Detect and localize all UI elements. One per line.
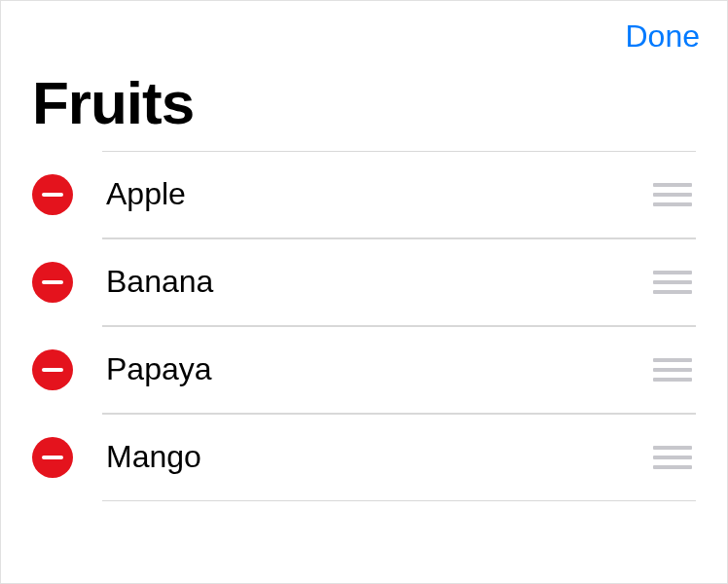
page-title: Fruits	[1, 62, 727, 151]
list-item-label: Mango	[106, 439, 653, 475]
navigation-bar: Done	[1, 1, 727, 62]
delete-button[interactable]	[32, 262, 73, 303]
reorder-handle-icon[interactable]	[653, 358, 692, 382]
list-item: Apple	[32, 151, 696, 238]
reorder-handle-icon[interactable]	[653, 183, 692, 206]
reorder-handle-icon[interactable]	[653, 271, 692, 294]
minus-circle-icon	[32, 437, 73, 478]
reorder-handle-icon[interactable]	[653, 446, 692, 469]
svg-rect-1	[42, 280, 63, 284]
minus-circle-icon	[32, 174, 73, 215]
fruits-list: Apple Banana Papaya	[1, 151, 727, 501]
done-button[interactable]: Done	[626, 18, 701, 55]
delete-button[interactable]	[32, 349, 73, 390]
svg-rect-3	[42, 456, 63, 459]
list-item-label: Apple	[106, 176, 653, 212]
delete-button[interactable]	[32, 174, 73, 215]
list-item: Banana	[32, 238, 696, 326]
list-item: Mango	[32, 414, 696, 501]
list-item-label: Banana	[106, 264, 653, 300]
minus-circle-icon	[32, 349, 73, 390]
delete-button[interactable]	[32, 437, 73, 478]
minus-circle-icon	[32, 262, 73, 303]
svg-rect-2	[42, 368, 63, 372]
list-item-label: Papaya	[106, 351, 653, 387]
svg-rect-0	[42, 193, 63, 197]
list-item: Papaya	[32, 326, 696, 414]
